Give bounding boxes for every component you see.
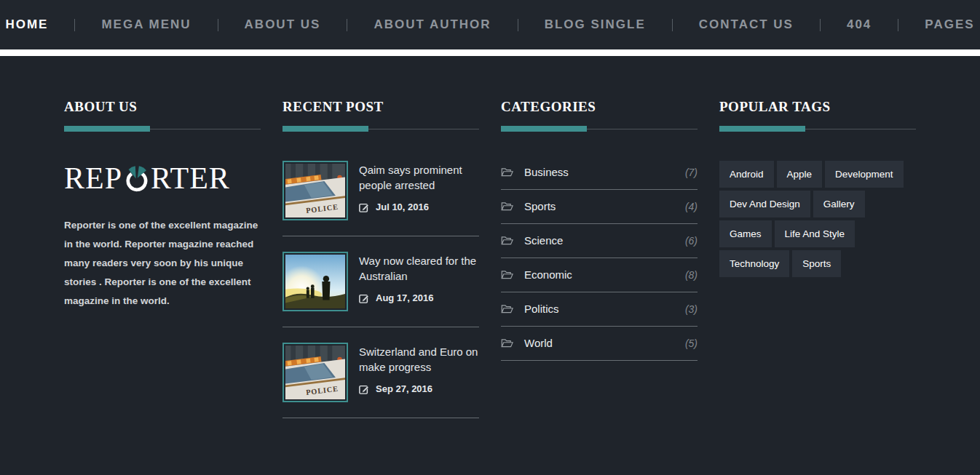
category-item-science[interactable]: Science (6)	[501, 224, 698, 258]
category-item-politics[interactable]: Politics (3)	[501, 292, 698, 327]
post-title[interactable]: Way now cleared for the Australian	[359, 253, 479, 284]
post-title[interactable]: Qaim says prominent people arrested	[359, 162, 479, 193]
post-item: POLICE Switzerland and Euro on make prog…	[282, 343, 479, 418]
nav-item-about-author[interactable]: ABOUT AUTHOR	[347, 17, 517, 32]
post-title[interactable]: Switzerland and Euro on make progress	[359, 344, 479, 375]
footer: ABOUT US REP RTER Reporter is one of the…	[0, 56, 980, 434]
about-description: Reporter is one of the excellent magazin…	[64, 216, 261, 311]
post-date: Aug 17, 2016	[359, 292, 479, 303]
category-item-business[interactable]: Business (7)	[501, 161, 698, 190]
heading-underline	[282, 126, 479, 132]
tag-apple[interactable]: Apple	[777, 161, 823, 188]
top-navbar: HOME MEGA MENU ABOUT US ABOUT AUTHOR BLO…	[0, 0, 980, 49]
post-item: POLICE Qaim says prominent people arrest…	[282, 161, 479, 236]
nav-item-contact-us[interactable]: CONTACT US	[673, 17, 820, 32]
nav-item-404[interactable]: 404	[821, 17, 898, 32]
edit-icon	[359, 293, 369, 303]
recent-posts-heading: RECENT POST	[282, 99, 479, 115]
categories-heading: CATEGORIES	[501, 99, 698, 115]
post-thumbnail-police-car[interactable]: POLICE	[282, 343, 348, 402]
reporter-logo[interactable]: REP RTER	[64, 161, 261, 196]
nav-item-about-us[interactable]: ABOUT US	[218, 17, 347, 32]
folder-open-icon	[501, 270, 513, 280]
nav-item-blog-single[interactable]: BLOG SINGLE	[518, 17, 672, 32]
post-body: Way now cleared for the Australian Aug 1…	[359, 252, 479, 311]
folder-open-icon	[501, 338, 513, 348]
tag-cloud: Android Apple Development Dev And Design…	[719, 161, 916, 277]
folder-open-icon	[501, 167, 513, 177]
tag-games[interactable]: Games	[719, 220, 772, 247]
edit-icon	[359, 384, 369, 394]
popular-tags-heading: POPULAR TAGS	[719, 99, 916, 115]
logo-text-pre: REP	[64, 161, 122, 196]
heading-underline	[719, 126, 916, 132]
nav-item-home[interactable]: HOME	[0, 17, 74, 32]
category-count: (5)	[685, 338, 698, 349]
nav-menu: HOME MEGA MENU ABOUT US ABOUT AUTHOR BLO…	[0, 17, 980, 32]
post-date: Jul 10, 2016	[359, 201, 479, 212]
category-count: (4)	[685, 201, 698, 212]
post-body: Qaim says prominent people arrested Jul …	[359, 161, 479, 220]
category-item-economic[interactable]: Economic (8)	[501, 258, 698, 292]
divider-strip	[0, 49, 980, 56]
category-count: (7)	[685, 167, 698, 178]
post-item: Way now cleared for the Australian Aug 1…	[282, 252, 479, 327]
edit-icon	[359, 202, 369, 212]
folder-open-icon	[501, 304, 513, 314]
post-body: Switzerland and Euro on make progress Se…	[359, 343, 479, 402]
tag-gallery[interactable]: Gallery	[813, 191, 865, 217]
heading-underline	[64, 126, 261, 132]
recent-posts-widget: RECENT POST	[282, 99, 479, 434]
logo-text-post: RTER	[151, 161, 230, 196]
tag-technology[interactable]: Technology	[719, 250, 789, 277]
category-name: World	[524, 337, 553, 349]
post-thumbnail-police-car[interactable]: POLICE	[282, 161, 348, 220]
category-name: Politics	[524, 303, 559, 315]
footer-columns: ABOUT US REP RTER Reporter is one of the…	[64, 99, 916, 434]
tag-development[interactable]: Development	[825, 161, 904, 188]
tag-life-and-style[interactable]: Life And Style	[775, 220, 855, 247]
post-date-text: Sep 27, 2016	[376, 383, 432, 394]
category-count: (8)	[685, 269, 698, 281]
post-date: Sep 27, 2016	[359, 383, 479, 394]
post-date-text: Jul 10, 2016	[376, 201, 429, 212]
popular-tags-widget: POPULAR TAGS Android Apple Development D…	[719, 99, 916, 434]
category-list: Business (7) Sports (4)	[501, 161, 698, 361]
category-name: Science	[524, 234, 563, 247]
folder-open-icon	[501, 236, 513, 246]
category-count: (3)	[685, 303, 698, 315]
about-widget: ABOUT US REP RTER Reporter is one of the…	[64, 99, 261, 434]
nav-item-mega-menu[interactable]: MEGA MENU	[75, 17, 217, 32]
folder-open-icon	[501, 201, 513, 212]
post-date-text: Aug 17, 2016	[376, 292, 434, 303]
heading-underline	[501, 126, 698, 132]
post-thumbnail-sunset[interactable]	[282, 252, 348, 311]
category-item-world[interactable]: World (5)	[501, 327, 698, 361]
category-count: (6)	[685, 235, 698, 247]
about-heading: ABOUT US	[64, 99, 261, 115]
logo-shutter-icon	[123, 165, 150, 192]
tag-android[interactable]: Android	[719, 161, 774, 188]
categories-widget: CATEGORIES Business (7)	[501, 99, 698, 434]
category-name: Economic	[524, 268, 572, 281]
tag-dev-and-design[interactable]: Dev And Design	[719, 191, 810, 217]
tag-sports[interactable]: Sports	[792, 250, 841, 277]
category-name: Sports	[524, 200, 556, 212]
category-name: Business	[524, 166, 569, 178]
category-item-sports[interactable]: Sports (4)	[501, 190, 698, 224]
nav-item-pages[interactable]: PAGES	[898, 17, 980, 32]
